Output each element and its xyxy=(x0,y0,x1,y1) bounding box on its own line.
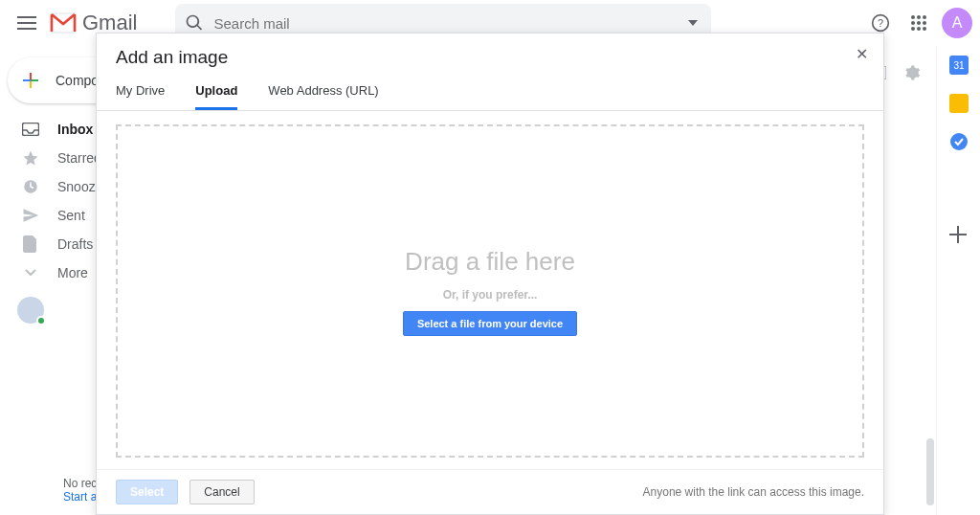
dialog-footer: Select Cancel Anyone with the link can a… xyxy=(97,469,883,514)
select-button[interactable]: Select xyxy=(116,480,178,504)
inbox-icon xyxy=(21,120,40,139)
drafts-icon xyxy=(21,235,40,254)
settings-gear-icon[interactable] xyxy=(898,54,926,92)
get-addons-icon[interactable] xyxy=(949,226,969,245)
svg-text:?: ? xyxy=(878,17,883,29)
side-panel: 31 xyxy=(936,46,980,515)
sidebar-item-label: Inbox xyxy=(57,122,93,137)
hamburger-menu-icon[interactable] xyxy=(8,4,46,42)
svg-point-8 xyxy=(923,21,926,25)
cancel-button[interactable]: Cancel xyxy=(189,480,254,504)
sidebar-item-label: Sent xyxy=(57,208,85,223)
access-note: Anyone with the link can access this ima… xyxy=(643,485,864,499)
chevron-down-icon xyxy=(21,263,40,282)
search-options-icon[interactable] xyxy=(684,16,702,30)
search-input[interactable] xyxy=(213,15,684,32)
avatar-letter: A xyxy=(952,14,963,32)
dialog-body: Drag a file here Or, if you prefer... Se… xyxy=(97,111,883,469)
svg-point-18 xyxy=(950,133,968,150)
search-icon xyxy=(185,13,204,33)
presence-status-dot-icon xyxy=(36,316,46,325)
clock-icon xyxy=(21,177,40,196)
dialog-close-button[interactable]: ✕ xyxy=(856,45,868,63)
calendar-addon-icon[interactable]: 31 xyxy=(949,56,969,75)
star-icon xyxy=(21,148,40,168)
svg-point-4 xyxy=(917,15,921,19)
account-avatar[interactable]: A xyxy=(942,8,972,38)
sidebar-item-label: More xyxy=(57,265,88,280)
tab-web-address[interactable]: Web Address (URL) xyxy=(268,83,378,110)
svg-text:31: 31 xyxy=(953,60,965,71)
scrollbar[interactable] xyxy=(926,438,934,505)
add-image-dialog: Add an image ✕ My Drive Upload Web Addre… xyxy=(96,33,884,515)
close-icon: ✕ xyxy=(856,46,868,62)
google-apps-icon[interactable] xyxy=(900,4,938,42)
svg-point-7 xyxy=(917,21,921,25)
upload-dropzone[interactable]: Drag a file here Or, if you prefer... Se… xyxy=(116,124,864,458)
select-file-button[interactable]: Select a file from your device xyxy=(403,311,577,336)
compose-plus-icon xyxy=(19,69,42,92)
dialog-title: Add an image xyxy=(116,47,864,68)
presence-avatar-icon xyxy=(17,297,44,324)
svg-point-10 xyxy=(917,27,921,31)
svg-point-11 xyxy=(923,27,926,31)
sidebar-item-label: Drafts xyxy=(57,236,93,252)
svg-point-6 xyxy=(911,21,915,25)
tasks-addon-icon[interactable] xyxy=(949,132,969,151)
svg-point-5 xyxy=(923,15,926,19)
svg-point-9 xyxy=(911,27,915,31)
svg-rect-17 xyxy=(949,94,969,113)
drag-file-text: Drag a file here xyxy=(405,247,575,277)
tab-my-drive[interactable]: My Drive xyxy=(116,83,165,110)
svg-point-3 xyxy=(911,15,915,19)
dialog-header: Add an image ✕ xyxy=(97,34,883,74)
or-prefer-text: Or, if you prefer... xyxy=(443,288,538,302)
send-icon xyxy=(21,206,40,225)
tab-upload[interactable]: Upload xyxy=(195,83,237,110)
dialog-tabs: My Drive Upload Web Address (URL) xyxy=(97,74,883,111)
gmail-logo-icon xyxy=(50,12,77,34)
keep-addon-icon[interactable] xyxy=(949,94,969,113)
